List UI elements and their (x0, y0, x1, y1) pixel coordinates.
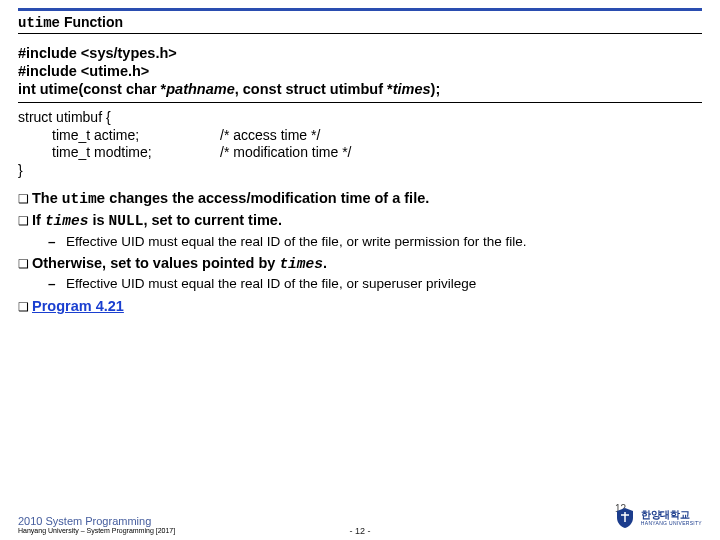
bullet-2: ❑ If times is NULL, set to current time. (18, 211, 702, 232)
struct-open: struct utimbuf { (18, 109, 702, 127)
struct-row-2: time_t modtime; /* modification time */ (18, 144, 702, 162)
include-line-2: #include <utime.h> (18, 62, 702, 80)
bullets-block: ❑ The utime changes the access/modificat… (18, 189, 702, 316)
struct-close: } (18, 162, 702, 180)
program-link[interactable]: Program 4.21 (32, 298, 124, 314)
dash-icon: – (48, 275, 66, 293)
logo-text-en: HANYANG UNIVERSITY (641, 520, 702, 526)
logo-text-kr: 한양대학교 (641, 510, 702, 520)
square-bullet-icon: ❑ (18, 211, 32, 232)
signature-box: #include <sys/types.h> #include <utime.h… (18, 42, 702, 103)
prototype-line: int utime(const char *pathname, const st… (18, 80, 702, 98)
dash-icon: – (48, 233, 66, 251)
struct-block: struct utimbuf { time_t actime; /* acces… (18, 109, 702, 179)
bullet-1: ❑ The utime changes the access/modificat… (18, 189, 702, 210)
university-logo: 한양대학교 HANYANG UNIVERSITY (613, 506, 702, 530)
title-mono: utime (18, 15, 60, 31)
square-bullet-icon: ❑ (18, 189, 32, 210)
sub-2: – Effective UID must equal the real ID o… (18, 275, 702, 293)
shield-icon (613, 506, 637, 530)
page-number-center: - 12 - (349, 526, 370, 536)
header-rule (18, 8, 702, 11)
sub-1: – Effective UID must equal the real ID o… (18, 233, 702, 251)
square-bullet-icon: ❑ (18, 297, 32, 317)
bullet-4: ❑ Program 4.21 (18, 297, 702, 317)
logo-text-block: 한양대학교 HANYANG UNIVERSITY (641, 510, 702, 526)
include-line-1: #include <sys/types.h> (18, 44, 702, 62)
title-row: utime Function (18, 14, 702, 34)
square-bullet-icon: ❑ (18, 254, 32, 275)
struct-row-1: time_t actime; /* access time */ (18, 127, 702, 145)
title-rest: Function (60, 14, 123, 30)
bullet-3: ❑ Otherwise, set to values pointed by ti… (18, 254, 702, 275)
page-title: utime Function (18, 14, 702, 31)
